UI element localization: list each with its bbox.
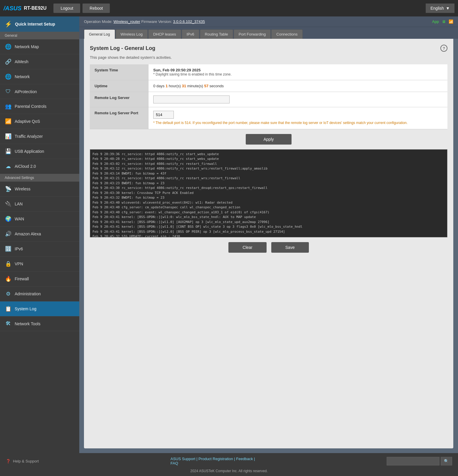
- log-line: Feb 9 20:43:14 BWDPI: fun bitmap = 43f: [92, 171, 445, 176]
- sidebar-item-wireless[interactable]: 📡 Wireless: [0, 182, 79, 197]
- asus-logo: /ASUS: [4, 5, 21, 12]
- tab-wireless-log[interactable]: Wireless Log: [116, 29, 148, 39]
- system-log-icon: 📋: [5, 306, 12, 312]
- firmware-version-link[interactable]: 3.0.0.6.102_37435: [173, 19, 205, 24]
- sidebar-item-parental-controls[interactable]: 👥 Parental Controls: [0, 99, 79, 114]
- sidebar-item-amazon-alexa[interactable]: 🔊 Amazon Alexa: [0, 227, 79, 242]
- tab-port-forwarding[interactable]: Port Forwarding: [234, 29, 271, 39]
- uptime-label: Uptime: [90, 80, 149, 92]
- remote-log-server-value-cell: [149, 92, 447, 107]
- sidebar-item-lan[interactable]: 🔌 LAN: [0, 197, 79, 212]
- help-icon[interactable]: ?: [440, 45, 447, 52]
- log-line: Feb 9 20:39:36 rc_service: httpd 4086:no…: [92, 152, 445, 157]
- tab-ipv6[interactable]: IPv6: [182, 29, 199, 39]
- asus-support-link[interactable]: ASUS Support: [171, 457, 196, 461]
- logout-button[interactable]: Logout: [53, 4, 80, 13]
- sidebar-item-usb-application[interactable]: 💾 USB Application: [0, 144, 79, 159]
- log-line: Feb 9 20:43:41 kernel: [BSS-UPDN::][wl2.…: [92, 229, 445, 234]
- sidebar: ⚡ Quick Internet Setup General 🌐 Network…: [0, 16, 79, 453]
- sidebar-item-label: LAN: [15, 202, 23, 206]
- product-reg-link[interactable]: Product Registration: [198, 457, 233, 461]
- dst-note: * Daylight saving time is enabled in thi…: [153, 72, 443, 76]
- main-layout: ⚡ Quick Internet Setup General 🌐 Network…: [0, 16, 458, 453]
- sidebar-item-label: Amazon Alexa: [15, 232, 41, 236]
- apply-row: Apply: [90, 134, 447, 145]
- sidebar-item-administration[interactable]: ⚙ Administration: [0, 286, 79, 301]
- page-title-row: System Log - General Log ?: [90, 45, 447, 52]
- operation-mode: Operation Mode: Wireless_router Firmware…: [84, 19, 205, 24]
- log-line: Feb 9 20:40:28 rc_service: httpd 4086:no…: [92, 157, 445, 162]
- sidebar-item-firewall[interactable]: 🔥 Firewall: [0, 271, 79, 286]
- chevron-down-icon: ▼: [446, 6, 450, 11]
- sidebar-item-network-map[interactable]: 🌐 Network Map: [0, 39, 79, 54]
- sidebar-item-label: IPv6: [15, 247, 23, 251]
- sidebar-item-aiprotection[interactable]: 🛡 AiProtection: [0, 84, 79, 99]
- tab-connections[interactable]: Connections: [271, 29, 302, 39]
- content-area: Operation Mode: Wireless_router Firmware…: [79, 16, 458, 453]
- content-header: Operation Mode: Wireless_router Firmware…: [79, 16, 458, 27]
- header-icons: App 🖥 📶: [432, 19, 453, 24]
- footer-search-input[interactable]: [387, 457, 440, 465]
- sidebar-item-adaptive-qos[interactable]: 📶 Adaptive QoS: [0, 114, 79, 129]
- sidebar-item-label: Adaptive QoS: [15, 119, 40, 124]
- footer-search-button[interactable]: 🔍: [441, 457, 452, 465]
- language-button[interactable]: English ▼: [426, 4, 454, 13]
- sidebar-item-system-log[interactable]: 📋 System Log: [0, 301, 79, 316]
- sidebar-item-ipv6[interactable]: 🔢 IPv6: [0, 242, 79, 257]
- reboot-button[interactable]: Reboot: [82, 4, 110, 13]
- remote-log-server-port-value-cell: * The default port is 514. If you reconf…: [149, 107, 447, 129]
- log-line: Feb 9 20:43:40 cfg_server: event: wl_cha…: [92, 210, 445, 215]
- sidebar-item-aicloud[interactable]: ☁ AiCloud 2.0: [0, 159, 79, 174]
- sidebar-item-label: Firewall: [15, 276, 29, 281]
- wireless-icon: 📡: [5, 186, 12, 192]
- feedback-link[interactable]: Feedback: [236, 457, 253, 461]
- tab-routing-table[interactable]: Routing Table: [200, 29, 233, 39]
- aicloud-icon: ☁: [5, 163, 12, 170]
- help-support-label: Help & Support: [13, 459, 39, 463]
- wifi-icon: 📶: [449, 19, 453, 24]
- remote-log-server-row: Remote Log Server: [90, 92, 447, 107]
- apply-button[interactable]: Apply: [246, 134, 291, 145]
- quick-internet-setup[interactable]: ⚡ Quick Internet Setup: [0, 16, 79, 32]
- faq-link[interactable]: FAQ: [171, 461, 178, 465]
- operation-mode-link[interactable]: Wireless_router: [113, 19, 140, 24]
- sidebar-item-traffic-analyzer[interactable]: 📊 Traffic Analyzer: [0, 129, 79, 144]
- remote-log-server-port-input[interactable]: [153, 111, 174, 119]
- footer-links: ASUS Support | Product Registration | Fe…: [171, 457, 255, 465]
- sidebar-item-network-tools[interactable]: 🛠 Network Tools: [0, 316, 79, 331]
- sidebar-item-label: Traffic Analyzer: [15, 134, 43, 139]
- aiprotection-icon: 🛡: [5, 88, 12, 95]
- sidebar-item-label: AiCloud 2.0: [15, 164, 36, 169]
- firewall-icon: 🔥: [5, 276, 12, 282]
- model-name: RT-BE92U: [24, 6, 46, 11]
- sidebar-item-label: USB Application: [15, 149, 44, 154]
- sidebar-item-label: AiProtection: [15, 89, 37, 94]
- save-button[interactable]: Save: [271, 242, 309, 253]
- footer-search: 🔍: [387, 457, 452, 465]
- sidebar-item-label: WAN: [15, 217, 24, 221]
- system-time-label: System Time: [90, 64, 149, 80]
- log-line: Feb 9 20:43:30 rc_service: httpd 4086:no…: [92, 186, 445, 191]
- advanced-section-label: Advanced Settings: [0, 174, 79, 182]
- log-line: Feb 9 20:43:30 kernel: Crossbow TCP Pure…: [92, 191, 445, 196]
- log-line: Feb 9 20:43:40 wlceventd: wlceventd_proc…: [92, 200, 445, 205]
- sidebar-item-network[interactable]: 🌐 Network: [0, 69, 79, 84]
- logo-area: /ASUS RT-BE92U: [4, 5, 46, 12]
- remote-log-server-input[interactable]: [153, 95, 230, 103]
- general-section-label: General: [0, 32, 79, 39]
- footer: ❓ Help & Support ASUS Support | Product …: [0, 453, 458, 469]
- tab-general-log[interactable]: General Log: [84, 29, 115, 39]
- system-time-row: System Time Sun, Feb 09 20:50:29 2025 * …: [90, 64, 447, 80]
- remote-log-server-label: Remote Log Server: [90, 92, 149, 107]
- lan-icon: 🔌: [5, 201, 12, 207]
- log-line: Feb 9 20:43:41 kernel: [BSS-UPDN::][wl1.…: [92, 220, 445, 225]
- page-description: This page shows the detailed system's ac…: [90, 55, 447, 60]
- action-row: Clear Save: [90, 242, 447, 253]
- log-container[interactable]: Feb 9 20:39:36 rc_service: httpd 4086:no…: [90, 149, 447, 237]
- tab-dhcp-leases[interactable]: DHCP leases: [148, 29, 181, 39]
- sidebar-item-aimesh[interactable]: 🔗 AiMesh: [0, 54, 79, 69]
- clear-button[interactable]: Clear: [228, 242, 266, 253]
- sidebar-item-vpn[interactable]: 🔒 VPN: [0, 257, 79, 271]
- sidebar-item-wan[interactable]: 🌍 WAN: [0, 212, 79, 227]
- uptime-suffix: minute(s): [186, 84, 204, 88]
